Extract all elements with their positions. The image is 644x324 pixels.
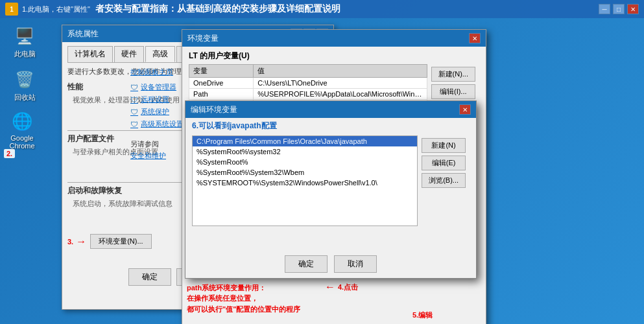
edit-env-ok-btn[interactable]: 确定 <box>285 255 328 273</box>
env-user-name-2: Path <box>189 89 254 100</box>
this-pc-icon-img: 🖥️ <box>13 25 36 48</box>
edit-env-list: C:\Program Files\Common Files\Oracle\Jav… <box>192 135 418 226</box>
also-see: 另请参阅 安全和维护 <box>130 139 189 161</box>
edit-env-cancel-btn[interactable]: 取消 <box>334 255 377 273</box>
edit-env-close-btn[interactable]: ✕ <box>459 104 471 115</box>
sidebar-nav: 🛡 设备管理器 🛡 远程设置 🛡 系统保护 🛡 高级系统设置 <box>130 82 189 129</box>
step3-label: 3. <box>67 238 73 246</box>
path-annotation-line3: 都可以执行"值"配置的位置中的程序 <box>187 304 300 315</box>
sys-props-sidebar: 控制面板主页 🛡 设备管理器 🛡 远程设置 🛡 系统保护 <box>130 67 189 163</box>
chrome-icon-img: 🌐 <box>10 110 34 133</box>
env-dialog-titlebar: 环境变量 ✕ <box>182 30 486 47</box>
path-annotation-line1: path系统环境变量作用： <box>187 283 300 294</box>
close-button[interactable]: ✕ <box>627 4 639 14</box>
sidebar-device-manager[interactable]: 🛡 设备管理器 <box>130 82 189 92</box>
env-user-edit-btn[interactable]: 编辑(I)... <box>431 84 475 99</box>
env-user-value-2: %USERPROFILE%\AppData\Local\Microsoft\Wi… <box>254 89 427 100</box>
desktop: 1 1.此电脑，右键"属性" 者安装与配置指南：从基础到高级的安装步骤及详细配置… <box>0 0 644 324</box>
env-dialog-title: 环境变量 <box>187 33 219 44</box>
edit-env-item-3[interactable]: %SystemRoot% <box>193 157 417 167</box>
env-user-col-name: 变量 <box>189 65 254 78</box>
banner-title: 者安装与配置指南：从基础到高级的安装步骤及详细配置说明 <box>95 3 340 15</box>
env-dialog-titlebar-buttons: ✕ <box>469 33 481 43</box>
step3-arrow: → <box>76 236 86 248</box>
security-link[interactable]: 安全和维护 <box>130 151 189 161</box>
maximize-button[interactable]: □ <box>613 4 625 14</box>
tab-hardware[interactable]: 硬件 <box>114 46 144 62</box>
shield-icon-2: 🛡 <box>130 95 138 104</box>
env-user-col-value: 值 <box>254 65 427 78</box>
sidebar-advanced-settings[interactable]: 🛡 高级系统设置 <box>130 119 189 129</box>
step4-arrow: ← <box>325 281 335 293</box>
step5-annotation: 5.编辑 <box>412 310 433 320</box>
env-vars-button[interactable]: 环境变量(N)... <box>90 234 151 249</box>
env-user-new-btn[interactable]: 新建(N)... <box>431 67 475 82</box>
env-dialog-close-btn[interactable]: ✕ <box>469 33 481 43</box>
tab-advanced[interactable]: 高级 <box>145 46 175 62</box>
env-user-name-1: OneDrive <box>189 78 254 89</box>
edit-env-new-btn[interactable]: 新建(N) <box>422 138 466 153</box>
edit-env-btn-col: 新建(N) 编辑(E) 浏览(B)... <box>418 135 470 191</box>
edit-env-item-1[interactable]: C:\Program Files\Common Files\Oracle\Jav… <box>193 136 417 146</box>
edit-env-item-5[interactable]: %SYSTEMROOT%\System32\WindowsPowerShell\… <box>193 178 417 188</box>
env-user-vars-label: LT 的用户变量(U) <box>189 51 479 62</box>
edit-env-content: C:\Program Files\Common Files\Oracle\Jav… <box>185 133 476 229</box>
tab-computer-name[interactable]: 计算机名 <box>67 46 113 62</box>
env-user-row-1[interactable]: OneDrive C:\Users\LT\OneDrive <box>189 78 427 89</box>
sidebar-remote-settings[interactable]: 🛡 远程设置 <box>130 95 189 104</box>
edit-env-titlebar: 编辑环境变量 ✕ <box>185 101 476 118</box>
env-user-value-1: C:\Users\LT\OneDrive <box>254 78 427 89</box>
path-annotation-line2: 在操作系统任意位置， <box>187 293 300 304</box>
step2-label: 2. <box>4 149 15 158</box>
top-banner: 1 1.此电脑，右键"属性" 者安装与配置指南：从基础到高级的安装步骤及详细配置… <box>0 0 644 18</box>
shield-icon-3: 🛡 <box>130 108 138 117</box>
this-pc-label: 此电脑 <box>14 49 36 59</box>
chrome-label: GoogleChrome <box>9 134 34 150</box>
step5-label: 5.编辑 <box>412 311 433 319</box>
edit-env-edit-btn[interactable]: 编辑(E) <box>422 156 466 170</box>
this-pc-icon[interactable]: 🖥️ 此电脑 <box>5 25 44 59</box>
edit-env-titlebar-buttons: ✕ <box>459 104 471 115</box>
sys-props-ok-btn[interactable]: 确定 <box>128 268 171 286</box>
recycle-bin-icon[interactable]: 🗑️ 回收站 <box>5 68 44 102</box>
sidebar-sys-protection[interactable]: 🛡 系统保护 <box>130 107 189 117</box>
banner-icon: 1 <box>5 3 18 16</box>
edit-env-main-row: C:\Program Files\Common Files\Oracle\Jav… <box>192 135 470 226</box>
shield-icon-1: 🛡 <box>130 83 138 92</box>
edit-env-footer: 确定 取消 <box>285 255 377 273</box>
recycle-bin-label: 回收站 <box>14 93 36 102</box>
recycle-bin-icon-img: 🗑️ <box>13 68 36 91</box>
shield-icon-4: 🛡 <box>130 120 138 129</box>
edit-env-browse-btn[interactable]: 浏览(B)... <box>422 173 466 188</box>
edit-env-title: 编辑环境变量 <box>191 104 237 115</box>
edit-env-dialog: 编辑环境变量 ✕ 6.可以看到javapath配置 C:\Program Fil… <box>185 100 477 279</box>
step1-annotation: 1.此电脑，右键"属性" <box>22 5 90 14</box>
edit-env-item-2[interactable]: %SystemRoot%\system32 <box>193 146 417 157</box>
path-annotation: path系统环境变量作用： 在操作系统任意位置， 都可以执行"值"配置的位置中的… <box>187 283 300 315</box>
env-user-row-2[interactable]: Path %USERPROFILE%\AppData\Local\Microso… <box>189 89 427 100</box>
control-panel-link[interactable]: 控制面板主页 <box>130 67 189 77</box>
step4-label: 4.点击 <box>338 283 358 292</box>
minimize-button[interactable]: ─ <box>599 4 610 14</box>
edit-env-subtitle: 6.可以看到javapath配置 <box>185 118 476 133</box>
chrome-icon[interactable]: 🌐 GoogleChrome <box>3 110 42 150</box>
step4-annotation: ← 4.点击 <box>325 281 358 293</box>
edit-env-item-4[interactable]: %SystemRoot%\System32\Wbem <box>193 167 417 178</box>
sys-props-title: 系统属性 <box>67 29 99 40</box>
